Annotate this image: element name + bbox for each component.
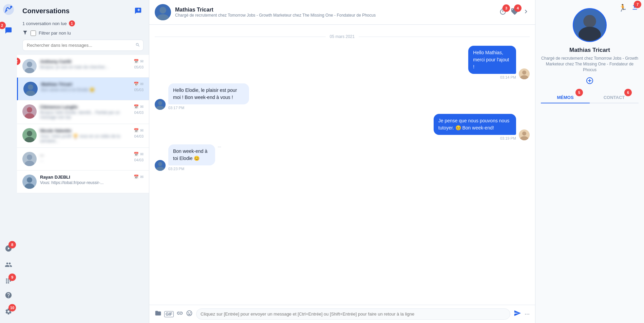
svg-point-26 — [583, 15, 596, 28]
conv-preview: ... — [40, 158, 130, 162]
svg-point-13 — [25, 161, 34, 166]
app-logo[interactable] — [2, 3, 15, 16]
conversation-item[interactable]: Rayan DJEBLI Vous: https://tobal.fr/pour… — [17, 170, 149, 193]
filter-icon[interactable] — [22, 30, 28, 36]
filter-unread-checkbox[interactable] — [31, 31, 36, 36]
conv-date: 04/03 — [134, 158, 144, 162]
conv-icons: 📅 ✉ — [134, 175, 144, 179]
svg-point-6 — [28, 84, 33, 90]
tag-icon-wrapper: 4 — [511, 8, 518, 17]
svg-point-20 — [158, 101, 162, 105]
conv-meta: 📅 ✉ 04/03 — [134, 128, 144, 138]
conv-meta: 📅 ✉ — [134, 175, 144, 181]
conv-avatar — [22, 128, 37, 142]
msg-avatar — [155, 99, 166, 110]
date-label: 05 mars 2021 — [330, 34, 355, 39]
svg-point-18 — [522, 70, 526, 75]
message-row: Hello Mathias, merci pour l'ajout ! 03:1… — [155, 46, 530, 79]
mail-icon: ✉ — [140, 104, 144, 109]
msg-col: Bon week-end à toi Elodie 😊 ··· 03:23 PM — [168, 144, 246, 171]
emoji-icon[interactable] — [186, 310, 193, 318]
nav-grid-icon[interactable]: 9 — [2, 275, 15, 287]
send-button[interactable] — [514, 309, 521, 319]
conv-body: Mathias Tricart Bon week-end à toi Elodi… — [41, 82, 130, 92]
add-contact-button[interactable] — [586, 77, 594, 87]
svg-point-0 — [3, 4, 14, 15]
contact-subtitle-large: Chargé de recrutement chez Tomorrow Jobs… — [541, 56, 639, 73]
conv-preview: Bon week-end à toi Elodie 😊 — [41, 87, 130, 92]
svg-point-5 — [25, 68, 34, 73]
annotation-8: 8 — [8, 241, 16, 248]
message-bubble: Bon week-end à toi Elodie 😊 — [168, 144, 215, 165]
unread-label: 1 conversation non lue — [22, 21, 67, 26]
message-time: 03:23 PM — [168, 167, 246, 171]
nav-help-icon[interactable] — [2, 289, 15, 301]
tab-memos[interactable]: MÉMOS 5 — [541, 92, 590, 103]
message-time: 03:19 PM — [500, 136, 516, 140]
calendar-icon: 📅 — [134, 59, 139, 64]
conv-date: 05/03 — [134, 65, 144, 69]
svg-point-17 — [157, 14, 169, 20]
message-time: 03:14 PM — [500, 75, 516, 79]
nav-team-icon[interactable] — [2, 259, 15, 271]
msg-col: Je pense que nous pouvons nous tutoyer. … — [379, 114, 516, 140]
mail-icon: ✉ — [140, 175, 144, 179]
filter-row: Filtrer par non lu — [17, 30, 149, 40]
calendar-icon: 📅 — [134, 82, 139, 86]
conv-name: Mathias Tricart — [41, 82, 130, 87]
conv-body: ... ... — [40, 152, 130, 162]
message-bubble: Hello Elodie, le plaisir est pour moi ! … — [168, 83, 249, 104]
svg-point-4 — [27, 62, 32, 67]
message-options-icon[interactable]: ··· — [218, 144, 221, 149]
nav-settings-icon[interactable]: 10 — [2, 305, 15, 318]
gif-button[interactable]: GIF — [164, 311, 174, 317]
conversation-item[interactable]: Nicole Valentin Vous: Votre profil! 🏆 vo… — [17, 124, 149, 148]
calendar-icon: 📅 — [134, 128, 139, 133]
nav-conversations-icon[interactable]: 2 — [2, 24, 15, 37]
conv-body: Rayan DJEBLI Vous: https://tobal.fr/pour… — [40, 175, 130, 185]
unread-count-badge: 1 — [69, 20, 75, 26]
filter-label: Filtrer par non lu — [39, 31, 71, 36]
link-icon[interactable] — [176, 310, 183, 318]
msg-avatar — [155, 160, 166, 171]
right-panel: 🏃 7 Mathias Tricart Chargé de recrutemen… — [535, 0, 644, 323]
memos-content — [541, 109, 639, 323]
search-box — [22, 40, 144, 51]
conv-avatar — [22, 152, 37, 166]
download-icon-wrapper: 7 — [631, 3, 639, 12]
folder-icon[interactable] — [155, 310, 162, 318]
chevron-right-icon[interactable] — [522, 8, 530, 17]
conversation-item[interactable]: ... ... 📅 ✉ 04/03 — [17, 148, 149, 170]
message-input[interactable] — [196, 308, 510, 320]
msg-col: Hello Mathias, merci pour l'ajout ! 03:1… — [436, 46, 516, 79]
nav-play-icon[interactable]: 8 — [2, 242, 15, 255]
conv-date: 04/03 — [134, 134, 144, 138]
conv-name: Anthony Carlili — [40, 59, 130, 64]
messages-area: 05 mars 2021 Hello Mathias, merci pour l… — [149, 25, 535, 305]
annotation-9: 9 — [8, 274, 16, 281]
svg-point-19 — [520, 75, 528, 79]
conv-avatar — [22, 59, 37, 73]
annotation-4: 4 — [514, 4, 522, 12]
search-icon — [135, 42, 140, 48]
svg-point-9 — [25, 113, 34, 119]
search-input[interactable] — [22, 40, 144, 51]
chat-header-info: Mathias Tricart Chargé de recrutement ch… — [175, 7, 495, 18]
conversation-item[interactable]: Mathias Tricart Bon week-end à toi Elodi… — [17, 78, 149, 100]
new-conversation-button[interactable] — [133, 5, 144, 16]
conv-name: Rayan DJEBLI — [40, 175, 130, 180]
more-options-button[interactable]: ··· — [525, 310, 530, 318]
tab-contact[interactable]: CONTACT 6 — [590, 92, 639, 103]
person-run-icon[interactable]: 🏃 — [619, 4, 627, 12]
conv-icons: 📅 ✉ — [134, 59, 144, 64]
conversation-item[interactable]: 2 Anthony Carlili Bonjour, je suis en tr… — [17, 55, 149, 78]
annotation-10: 10 — [8, 304, 16, 311]
svg-point-15 — [25, 183, 34, 189]
chat-contact-avatar — [155, 4, 171, 20]
conv-preview: Vous: Votre profil! 🏆 vous en un vidéo d… — [40, 134, 130, 143]
mail-icon: ✉ — [140, 59, 144, 64]
annotation-5: 5 — [575, 89, 583, 96]
message-row: Hello Elodie, le plaisir est pour moi ! … — [155, 83, 530, 110]
svg-point-1 — [10, 6, 12, 8]
conversation-item[interactable]: Clémence Langlin Bonjour hello Elodie, b… — [17, 100, 149, 124]
